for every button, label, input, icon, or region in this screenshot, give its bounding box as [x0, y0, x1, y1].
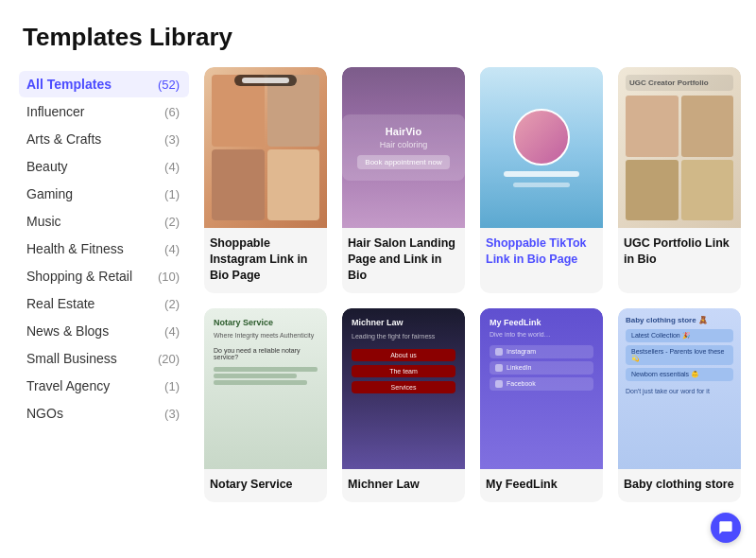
- template-card-shoppable-instagram[interactable]: Shoppable Instagram Link in Bio Page: [204, 67, 327, 293]
- sidebar-item-beauty[interactable]: Beauty(4): [19, 153, 189, 180]
- sidebar-item-music[interactable]: Music(2): [19, 208, 189, 235]
- sidebar-item-label: Real Estate: [26, 296, 94, 311]
- sidebar: All Templates(52)Influencer(6)Arts & Cra…: [0, 67, 189, 558]
- template-card-image: [204, 67, 327, 228]
- sidebar-item-ngos[interactable]: NGOs(3): [19, 400, 189, 427]
- template-card-title: Notary Service: [210, 477, 321, 493]
- sidebar-item-label: Shopping & Retail: [26, 269, 132, 284]
- template-card-image: Baby clothing store 🧸 Latest Collection …: [618, 308, 741, 469]
- sidebar-item-label: Health & Fitness: [26, 241, 124, 256]
- sidebar-item-label: Gaming: [26, 186, 73, 201]
- sidebar-item-count: (2): [164, 215, 180, 229]
- sidebar-item-count: (2): [164, 297, 180, 311]
- sidebar-item-health---fitness[interactable]: Health & Fitness(4): [19, 235, 189, 262]
- sidebar-item-count: (4): [164, 160, 180, 174]
- sidebar-item-real-estate[interactable]: Real Estate(2): [19, 290, 189, 317]
- sidebar-item-label: Beauty: [26, 159, 68, 174]
- template-card-title: Michner Law: [348, 477, 459, 493]
- sidebar-item-count: (4): [164, 324, 180, 339]
- sidebar-item-count: (1): [164, 379, 180, 393]
- template-card-title: My FeedLink: [486, 477, 597, 493]
- sidebar-item-count: (1): [164, 187, 180, 201]
- sidebar-item-influencer[interactable]: Influencer(6): [19, 98, 189, 125]
- sidebar-item-label: Music: [26, 214, 61, 229]
- sidebar-item-news---blogs[interactable]: News & Blogs(4): [19, 318, 189, 344]
- sidebar-item-label: Small Business: [26, 351, 117, 366]
- template-card-image: [480, 67, 603, 228]
- sidebar-item-count: (6): [164, 105, 180, 119]
- page-title: Templates Library: [23, 23, 733, 52]
- sidebar-item-label: News & Blogs: [26, 323, 109, 339]
- sidebar-item-all-templates[interactable]: All Templates(52): [19, 71, 189, 97]
- sidebar-item-count: (52): [158, 78, 180, 92]
- sidebar-item-small-business[interactable]: Small Business(20): [19, 345, 189, 372]
- template-card-image: Notary Service Where Integrity meets Aut…: [204, 308, 327, 469]
- template-card-law-firm[interactable]: Michner Law Leading the fight for fairne…: [342, 308, 465, 502]
- sidebar-item-count: (3): [164, 407, 180, 421]
- sidebar-item-label: NGOs: [26, 406, 63, 421]
- template-card-ugc-portfolio[interactable]: UGC Creator Portfolio UGC Portfolio Link…: [618, 67, 741, 293]
- sidebar-item-label: Arts & Crafts: [26, 131, 101, 147]
- template-card-image: UGC Creator Portfolio: [618, 67, 741, 228]
- template-card-image: My FeedLink Dive into the world… Instagr…: [480, 308, 603, 469]
- sidebar-item-shopping---retail[interactable]: Shopping & Retail(10): [19, 263, 189, 289]
- main-content: All Templates(52)Influencer(6)Arts & Cra…: [0, 67, 756, 558]
- sidebar-item-count: (4): [164, 242, 180, 256]
- template-card-title: Baby clothing store: [624, 477, 735, 493]
- sidebar-item-travel-agency[interactable]: Travel Agency(1): [19, 373, 189, 399]
- template-card-title: Hair Salon Landing Page and Link in Bio: [348, 235, 459, 284]
- template-card-notary-service[interactable]: Notary Service Where Integrity meets Aut…: [204, 308, 327, 502]
- template-card-my-feedlink[interactable]: My FeedLink Dive into the world… Instagr…: [480, 308, 603, 502]
- sidebar-item-label: Influencer: [26, 104, 84, 119]
- sidebar-item-count: (3): [164, 132, 180, 147]
- templates-grid: Shoppable Instagram Link in Bio Page Hai…: [189, 67, 756, 558]
- template-card-image: Michner Law Leading the fight for fairne…: [342, 308, 465, 469]
- chat-button[interactable]: [711, 513, 741, 543]
- sidebar-item-arts---crafts[interactable]: Arts & Crafts(3): [19, 126, 189, 152]
- template-card-baby-clothing[interactable]: Baby clothing store 🧸 Latest Collection …: [618, 308, 741, 502]
- template-card-image: HairVio Hair coloring Book appointment n…: [342, 67, 465, 228]
- template-card-title: Shoppable Instagram Link in Bio Page: [210, 235, 321, 284]
- sidebar-item-label: All Templates: [26, 77, 112, 92]
- sidebar-item-count: (20): [158, 352, 180, 366]
- template-card-shoppable-tiktok[interactable]: Shoppable TikTok Link in Bio Page: [480, 67, 603, 293]
- sidebar-item-label: Travel Agency: [26, 378, 110, 393]
- sidebar-item-gaming[interactable]: Gaming(1): [19, 181, 189, 207]
- template-card-hair-salon[interactable]: HairVio Hair coloring Book appointment n…: [342, 67, 465, 293]
- template-card-title: Shoppable TikTok Link in Bio Page: [486, 235, 597, 268]
- template-card-title: UGC Portfolio Link in Bio: [624, 235, 735, 268]
- sidebar-item-count: (10): [158, 270, 180, 284]
- page-header: Templates Library: [0, 0, 756, 67]
